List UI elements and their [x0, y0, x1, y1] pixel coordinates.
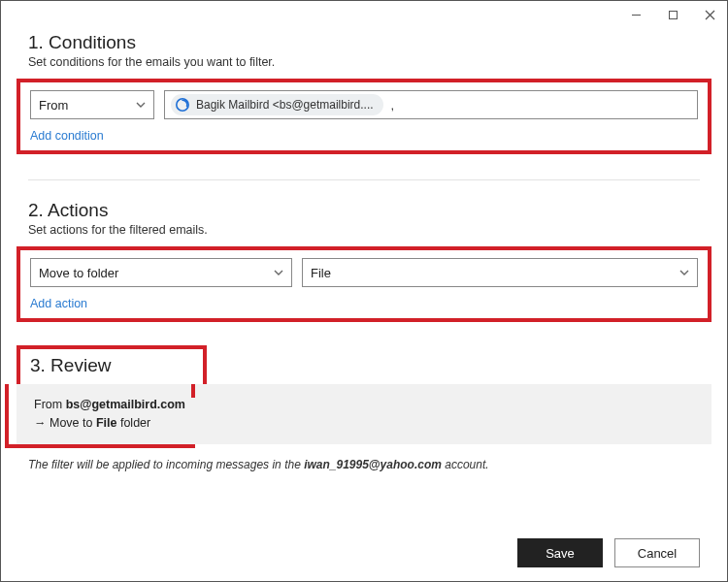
chevron-down-icon [679, 270, 689, 275]
section-divider [28, 179, 700, 180]
chevron-down-icon [136, 102, 146, 108]
action-folder-value: File [311, 266, 331, 280]
maximize-button[interactable] [661, 3, 684, 26]
cancel-button[interactable]: Cancel [614, 538, 700, 567]
condition-field-dropdown[interactable]: From [30, 90, 154, 119]
review-title: 3. Review [30, 355, 193, 376]
actions-title: 2. Actions [28, 200, 700, 221]
review-left-border [5, 384, 9, 444]
footnote-suffix: account. [442, 458, 489, 471]
filter-dialog-window: 1. Conditions Set conditions for the ema… [0, 0, 728, 582]
review-action-suffix: folder [116, 416, 150, 430]
review-summary: From bs@getmailbird.com → Move to File f… [17, 384, 711, 444]
condition-field-value: From [39, 98, 68, 113]
review-highlight-header: 3. Review [17, 345, 207, 384]
condition-value-input[interactable]: Bagik Mailbird <bs@getmailbird.... , [164, 90, 698, 119]
action-type-dropdown[interactable]: Move to folder [30, 258, 292, 287]
review-section: 3. Review From bs@getmailbird.com → Move… [28, 345, 700, 444]
review-right-border-stub [191, 384, 195, 398]
review-action-folder: File [96, 416, 117, 430]
review-from-address: bs@getmailbird.com [66, 398, 185, 411]
conditions-title: 1. Conditions [28, 32, 700, 53]
add-action-link[interactable]: Add action [30, 297, 87, 310]
save-button[interactable]: Save [517, 538, 603, 567]
review-action-prefix: → Move to [34, 416, 96, 430]
review-bottom-border [5, 444, 195, 448]
mailbird-icon [175, 97, 190, 113]
window-titlebar [1, 1, 727, 28]
review-from-prefix: From [34, 398, 66, 411]
actions-highlight-box: Move to folder File Add action [17, 246, 711, 322]
action-type-value: Move to folder [39, 266, 118, 280]
contact-chip[interactable]: Bagik Mailbird <bs@getmailbird.... [171, 94, 383, 115]
dialog-content: 1. Conditions Set conditions for the ema… [1, 28, 727, 471]
close-button[interactable] [698, 3, 721, 26]
action-folder-dropdown[interactable]: File [302, 258, 698, 287]
review-line-2: → Move to File folder [34, 414, 694, 433]
footnote-account: iwan_91995@yahoo.com [304, 458, 442, 471]
chip-separator: , [391, 98, 395, 113]
conditions-highlight-box: From Bagik Mailbird <bs@getmailbi [17, 79, 711, 154]
svg-rect-1 [669, 11, 677, 18]
actions-subtitle: Set actions for the filtered emails. [28, 223, 700, 237]
minimize-button[interactable] [624, 3, 647, 26]
chevron-down-icon [274, 270, 283, 275]
dialog-footer: Save Cancel [517, 538, 700, 567]
contact-chip-label: Bagik Mailbird <bs@getmailbird.... [196, 98, 374, 112]
conditions-subtitle: Set conditions for the emails you want t… [28, 55, 700, 69]
action-row: Move to folder File [30, 258, 698, 287]
footnote: The filter will be applied to incoming m… [28, 458, 700, 471]
review-line-1: From bs@getmailbird.com [34, 396, 694, 414]
footnote-prefix: The filter will be applied to incoming m… [28, 458, 304, 471]
add-condition-link[interactable]: Add condition [30, 129, 104, 143]
condition-row: From Bagik Mailbird <bs@getmailbi [30, 90, 698, 119]
